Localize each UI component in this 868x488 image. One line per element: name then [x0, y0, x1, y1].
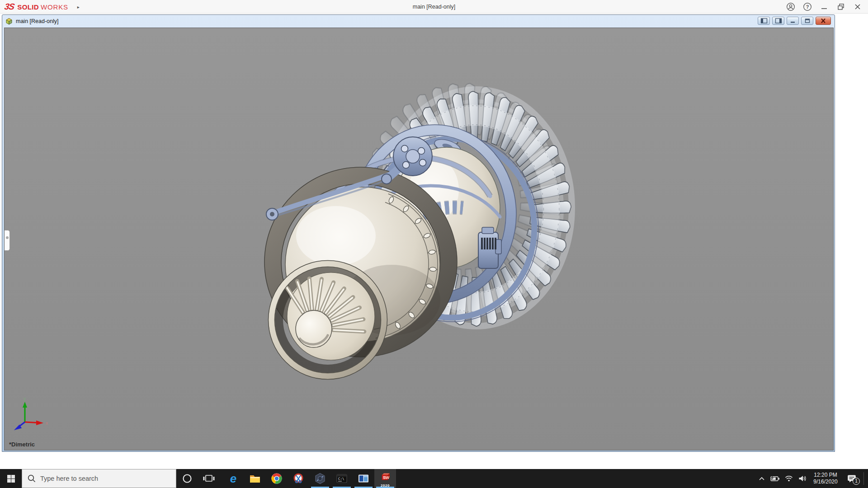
- start-button[interactable]: [0, 469, 22, 488]
- model-viewport[interactable]: y x *Dimetric: [4, 28, 834, 450]
- svg-text:?: ?: [806, 4, 809, 9]
- edge-icon: e: [227, 472, 240, 485]
- panel-tab-dot: [6, 236, 9, 239]
- document-window-controls: [758, 17, 831, 25]
- brand-solid: SOLID: [17, 3, 39, 11]
- chrome-icon: [270, 472, 283, 485]
- pane-right-icon[interactable]: [772, 17, 784, 25]
- battery-charging-icon[interactable]: [769, 469, 782, 488]
- pinned-apps: e: [222, 469, 396, 488]
- command-prompt-icon: C:\: [335, 472, 348, 485]
- file-explorer-icon: [249, 472, 261, 485]
- taskbar-app-solidworks-2020[interactable]: S W 2020: [374, 469, 396, 488]
- taskbar-app-microsoft-edge[interactable]: e: [222, 469, 244, 488]
- engine-gearbox-detail: [478, 227, 501, 268]
- doc-close-icon[interactable]: [816, 17, 831, 25]
- brand-works: WORKS: [41, 3, 68, 11]
- jet-engine-3d-model: [5, 28, 833, 450]
- windows-logo-icon: [7, 475, 15, 483]
- taskbar-app-command-prompt[interactable]: C:\: [331, 469, 353, 488]
- taskbar-clock[interactable]: 12:20 PM 9/16/2020: [810, 472, 841, 485]
- taskbar-app-hexagon-3d[interactable]: [309, 469, 331, 488]
- svg-text:e: e: [230, 472, 236, 485]
- document-titlebar[interactable]: main [Read-only]: [2, 15, 835, 28]
- cortana-icon: [182, 473, 193, 484]
- doc-restore-icon[interactable]: [801, 17, 813, 25]
- snipping-tool-icon: [292, 472, 305, 485]
- volume-icon[interactable]: [796, 469, 809, 488]
- pane-left-icon[interactable]: [758, 17, 770, 25]
- show-desktop-divider[interactable]: [863, 472, 864, 485]
- task-view-icon: [203, 474, 215, 483]
- document-window: main [Read-only]: [2, 14, 835, 452]
- hexagon-app-icon: [314, 472, 326, 485]
- document-title: main [Read-only]: [16, 18, 59, 24]
- search-input[interactable]: [22, 469, 176, 488]
- view-orientation-label: *Dimetric: [9, 441, 35, 448]
- doc-minimize-icon[interactable]: [787, 17, 799, 25]
- menu-flyout-arrow-icon[interactable]: ▸: [77, 5, 80, 9]
- task-view-button[interactable]: [198, 469, 220, 488]
- solidworks-icon: S W: [379, 472, 392, 485]
- x-axis: [25, 422, 37, 423]
- close-icon[interactable]: [853, 2, 863, 12]
- tray-chevron-icon[interactable]: [755, 469, 768, 488]
- app-titlebar: 3S SOLIDWORKS ▸ main [Read-only] ?: [0, 0, 868, 14]
- clock-date: 9/16/2020: [811, 479, 840, 485]
- notification-count-badge: 1: [853, 478, 860, 485]
- app-workspace: main [Read-only]: [0, 14, 868, 469]
- wifi-icon[interactable]: [783, 469, 795, 488]
- restore-down-icon[interactable]: [836, 2, 846, 12]
- svg-text:W: W: [386, 475, 390, 480]
- taskbar-app-file-explorer[interactable]: [244, 469, 266, 488]
- taskbar-app-google-chrome[interactable]: [266, 469, 288, 488]
- app-window-title: main [Read-only]: [0, 0, 868, 14]
- taskbar-app-blue-window[interactable]: [353, 469, 374, 488]
- minimize-icon[interactable]: [819, 2, 829, 12]
- triad-y-label: y: [24, 396, 26, 401]
- dassault-3s-logo-mark: 3S: [4, 2, 15, 12]
- svg-text:C:\: C:\: [338, 477, 344, 481]
- action-center-button[interactable]: 1: [842, 469, 861, 488]
- feature-panel-collapsed-tab[interactable]: [5, 230, 10, 251]
- help-icon[interactable]: ?: [802, 2, 812, 12]
- solidworks-year-label: 2020: [374, 483, 396, 488]
- cortana-button[interactable]: [176, 469, 198, 488]
- reference-triad: y x: [10, 396, 52, 434]
- account-icon[interactable]: [786, 2, 796, 12]
- triad-x-label: x: [46, 421, 48, 426]
- solidworks-logo: 3S SOLIDWORKS ▸: [5, 0, 80, 14]
- taskbar-app-snipping-tool[interactable]: [288, 469, 309, 488]
- windows-taskbar: e: [0, 469, 868, 488]
- app-window-controls: ?: [786, 0, 863, 14]
- system-tray: 12:20 PM 9/16/2020 1: [755, 469, 868, 488]
- blue-window-app-icon: [357, 472, 370, 485]
- taskbar-search: [22, 469, 176, 488]
- clock-time: 12:20 PM: [811, 472, 840, 479]
- assembly-document-icon: [5, 17, 13, 25]
